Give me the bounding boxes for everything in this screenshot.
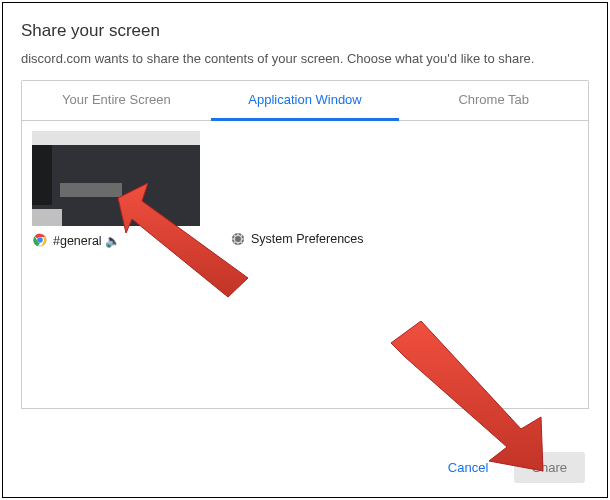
- app-caption: #general 🔈: [32, 232, 200, 248]
- chrome-icon: [32, 232, 48, 248]
- svg-line-10: [241, 242, 242, 243]
- svg-line-9: [234, 235, 235, 236]
- app-panel: #general 🔈 Sys: [21, 121, 589, 409]
- tab-entire-screen[interactable]: Your Entire Screen: [22, 81, 211, 121]
- tabbar: Your Entire Screen Application Window Ch…: [21, 80, 589, 121]
- dialog-subtitle: discord.com wants to share the contents …: [21, 51, 589, 66]
- tab-application-window[interactable]: Application Window: [211, 81, 400, 121]
- dialog-title: Share your screen: [21, 21, 589, 41]
- app-caption: System Preferences: [230, 231, 410, 247]
- app-item-system-preferences[interactable]: System Preferences: [230, 231, 410, 248]
- dialog: Share your screen discord.com wants to s…: [2, 2, 608, 498]
- tab-chrome-tab[interactable]: Chrome Tab: [399, 81, 588, 121]
- svg-point-2: [38, 238, 42, 242]
- dialog-footer: Cancel Share: [430, 452, 585, 483]
- cancel-button[interactable]: Cancel: [430, 452, 506, 483]
- svg-line-11: [241, 235, 242, 236]
- app-label: #general 🔈: [53, 233, 121, 248]
- app-thumbnail: [32, 131, 200, 226]
- app-label: System Preferences: [251, 232, 364, 246]
- share-button[interactable]: Share: [514, 452, 585, 483]
- gear-icon: [230, 231, 246, 247]
- svg-line-12: [234, 242, 235, 243]
- app-item-general[interactable]: #general 🔈: [32, 131, 200, 248]
